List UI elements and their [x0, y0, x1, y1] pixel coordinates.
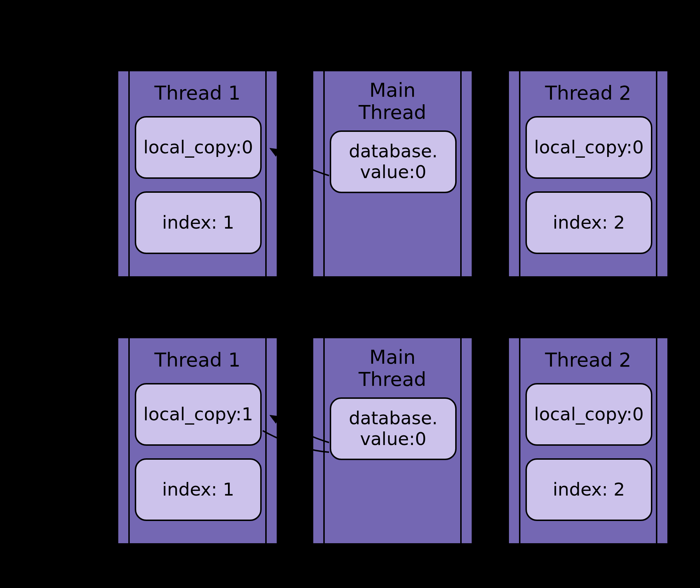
- thread2-title-row0: Thread 2: [509, 82, 667, 104]
- thread1-box-row1: Thread 1 local_copy:1 index: 1: [117, 337, 278, 545]
- thread2-title-row1: Thread 2: [509, 349, 667, 371]
- thread2-index-row0: index: 2: [525, 191, 652, 254]
- thread2-box-row1: Thread 2 local_copy:0 index: 2: [508, 337, 669, 545]
- thread2-localcopy-row0: local_copy:0: [525, 116, 652, 179]
- main-db-row1: database.value:0: [330, 397, 457, 460]
- main-title-row1: MainThread: [313, 346, 472, 391]
- thread1-index-row0: index: 1: [135, 191, 262, 254]
- thread1-title-row0: Thread 1: [118, 82, 277, 104]
- thread2-box-row0: Thread 2 local_copy:0 index: 2: [508, 70, 669, 278]
- thread1-index-row1: index: 1: [135, 458, 262, 521]
- main-box-row0: MainThread database.value:0: [312, 70, 473, 278]
- thread1-box-row0: Thread 1 local_copy:0 index: 1: [117, 70, 278, 278]
- main-db-row0: database.value:0: [330, 130, 457, 193]
- thread1-localcopy-row0: local_copy:0: [135, 116, 262, 179]
- main-box-row1: MainThread database.value:0: [312, 337, 473, 545]
- thread1-title-row1: Thread 1: [118, 349, 277, 371]
- main-title-row0: MainThread: [313, 79, 472, 124]
- thread2-localcopy-row1: local_copy:0: [525, 383, 652, 446]
- thread1-localcopy-row1: local_copy:1: [135, 383, 262, 446]
- diagram-canvas: Thread 1 local_copy:0 index: 1 MainThrea…: [0, 0, 700, 588]
- thread2-index-row1: index: 2: [525, 458, 652, 521]
